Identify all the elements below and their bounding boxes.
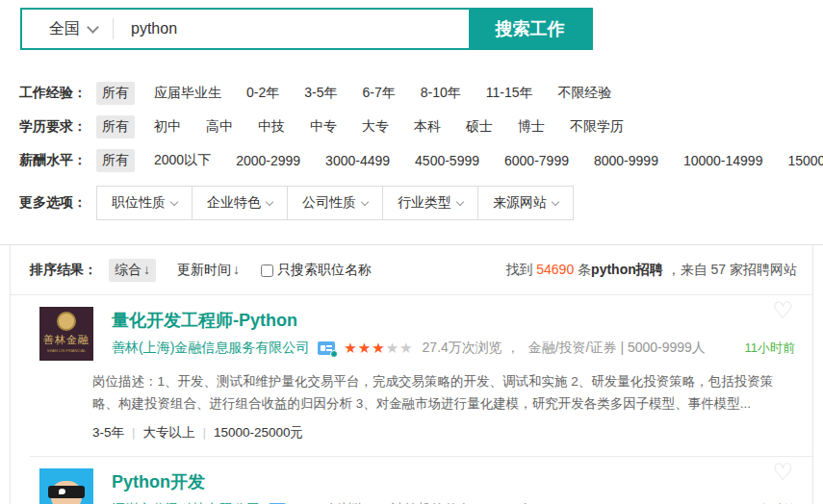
- filter-option[interactable]: 所有: [96, 82, 135, 105]
- filter-option[interactable]: 大专: [356, 115, 395, 139]
- filter-option[interactable]: 6000-7999: [499, 150, 575, 171]
- company-logo[interactable]: 善林金融 SHAN LIN FINANCIAL: [39, 307, 93, 361]
- dropdown-label: 企业特色: [207, 194, 261, 212]
- location-select[interactable]: 全国: [22, 10, 113, 48]
- vr-face-icon: [51, 481, 82, 504]
- result-keyword: python招聘: [591, 262, 663, 277]
- result-count: 54690: [536, 262, 574, 277]
- education-required: 大专以上: [143, 425, 195, 440]
- dropdown-industry-type[interactable]: 行业类型: [383, 187, 478, 219]
- company-row: 善林(上海)金融信息服务有限公司 ★★★★★ 27.4万次浏览 ， 金融/投资/…: [112, 340, 797, 357]
- filter-option[interactable]: 硕士: [460, 115, 499, 139]
- filter-option[interactable]: 0-2年: [241, 82, 285, 105]
- job-card: ♡ 善林金融 SHAN LIN FINANCIAL 量化开发工程师-Python…: [11, 295, 812, 456]
- filter-option[interactable]: 3-5年: [298, 82, 343, 105]
- title-only-filter[interactable]: 只搜索职位名称: [261, 262, 372, 279]
- dropdown-source-site[interactable]: 来源网站: [478, 187, 573, 219]
- logo-brand-subtext: SHAN LIN FINANCIAL: [45, 348, 89, 353]
- filter-option[interactable]: 11-15年: [480, 82, 539, 105]
- filter-label-more-options: 更多选项：: [19, 194, 87, 212]
- filter-option[interactable]: 高中: [200, 115, 239, 139]
- search-button[interactable]: 搜索工作: [469, 10, 591, 48]
- filter-option[interactable]: 不限学历: [564, 115, 630, 139]
- filter-label-education: 学历要求：: [19, 118, 87, 136]
- filter-option[interactable]: 8000-9999: [588, 150, 664, 171]
- chevron-down-icon: [456, 198, 464, 206]
- chevron-down-icon: [266, 198, 273, 206]
- sort-label: 排序结果：: [30, 262, 97, 279]
- arrow-down-icon: ↓: [143, 262, 150, 277]
- chevron-down-icon: [361, 198, 369, 206]
- sort-bar: 排序结果： 综合↓ 更新时间↓ 只搜索职位名称 找到 54690 条python…: [11, 245, 812, 295]
- dropdown-group: 职位性质 企业特色 公司性质 行业类型 来源网站: [96, 186, 574, 220]
- posted-time: 11小时前: [745, 340, 798, 357]
- job-title-link[interactable]: 量化开发工程师-Python: [112, 309, 797, 332]
- filter-option[interactable]: 6-7年: [356, 82, 400, 105]
- filter-label-experience: 工作经验：: [19, 85, 87, 102]
- summary-suffix: ，来自 57 家招聘网站: [663, 262, 797, 277]
- separator: |: [203, 425, 207, 440]
- search-section: 全国 搜索工作: [0, 0, 823, 50]
- title-only-checkbox[interactable]: [261, 265, 273, 277]
- summary-mid: 条: [574, 262, 591, 277]
- logo-brand-text: 善林金融: [39, 333, 93, 347]
- filter-option[interactable]: 中技: [252, 115, 291, 139]
- heart-icon[interactable]: ♡: [772, 461, 793, 484]
- sort-by-update-time[interactable]: 更新时间↓: [171, 259, 245, 282]
- dropdown-label: 职位性质: [112, 194, 166, 212]
- job-title-link[interactable]: Python开发: [112, 470, 797, 493]
- filter-option[interactable]: 不限经验: [553, 82, 618, 105]
- dropdown-company-feature[interactable]: 企业特色: [193, 187, 288, 219]
- filter-option[interactable]: 博士: [512, 115, 551, 139]
- job-head-info: 量化开发工程师-Python 善林(上海)金融信息服务有限公司 ★★★★★ 27…: [112, 307, 797, 361]
- chevron-down-icon: [170, 198, 178, 206]
- filter-option[interactable]: 2000以下: [148, 149, 217, 172]
- industry-size: 金融/投资/证券 | 5000-9999人: [528, 340, 706, 357]
- filter-option[interactable]: 15000-19999: [782, 150, 823, 171]
- search-input[interactable]: [114, 10, 469, 48]
- rating-stars: ★★★★★: [344, 340, 413, 357]
- filter-option[interactable]: 初中: [148, 115, 187, 139]
- filter-option[interactable]: 中专: [304, 115, 343, 139]
- filter-option[interactable]: 2000-2999: [230, 150, 306, 171]
- summary-prefix: 找到: [505, 262, 536, 277]
- check-icon: [330, 350, 338, 358]
- heart-icon[interactable]: ♡: [772, 299, 793, 322]
- filter-option[interactable]: 10000-14999: [678, 150, 769, 171]
- dropdown-company-type[interactable]: 公司性质: [288, 187, 383, 219]
- chevron-down-icon: [87, 21, 99, 34]
- salary-range: 15000-25000元: [214, 425, 303, 440]
- location-label: 全国: [49, 19, 80, 39]
- sort-comprehensive[interactable]: 综合↓: [109, 259, 156, 282]
- filter-option[interactable]: 所有: [96, 115, 135, 139]
- company-logo[interactable]: [39, 468, 93, 504]
- filter-option[interactable]: 本科: [408, 115, 447, 139]
- vr-goggles-icon: [48, 486, 85, 498]
- job-card: ♡ Python开发 深圳市藤讯科技有限公司 9123次浏览 ， 计算机软件 |…: [11, 457, 812, 504]
- dropdown-label: 公司性质: [302, 194, 356, 212]
- verified-badge-icon: [318, 341, 335, 355]
- filter-option[interactable]: 4500-5999: [409, 150, 485, 171]
- star-empty-icon: ★★: [386, 340, 414, 356]
- view-count: 27.4万次浏览 ，: [423, 340, 520, 357]
- filter-row-salary: 薪酬水平： 所有 2000以下 2000-2999 3000-4499 4500…: [0, 149, 823, 172]
- dropdown-label: 来源网站: [493, 194, 547, 212]
- results-summary: 找到 54690 条python招聘 ，来自 57 家招聘网站: [505, 262, 797, 279]
- coin-emblem-icon: [57, 312, 76, 331]
- sort-item-label: 综合: [115, 262, 141, 277]
- search-bar: 全国 搜索工作: [20, 8, 593, 50]
- job-head-info: Python开发 深圳市藤讯科技有限公司 9123次浏览 ， 计算机软件 | 1…: [112, 468, 797, 504]
- dropdown-label: 行业类型: [398, 194, 451, 212]
- filter-option[interactable]: 3000-4499: [320, 150, 396, 171]
- dropdown-job-nature[interactable]: 职位性质: [97, 187, 193, 219]
- filter-row-more-options: 更多选项： 职位性质 企业特色 公司性质 行业类型 来源网站: [0, 186, 823, 220]
- job-description: 岗位描述：1、开发、测试和维护量化交易平台，完成交易策略的开发、调试和实施 2、…: [92, 371, 789, 416]
- company-link[interactable]: 善林(上海)金融信息服务有限公司: [112, 340, 309, 357]
- separator: |: [132, 425, 136, 440]
- sort-item-label: 更新时间: [177, 262, 231, 277]
- filter-option[interactable]: 应届毕业生: [148, 82, 227, 105]
- job-meta: 3-5年|大专以上|15000-25000元: [92, 424, 797, 441]
- filter-option[interactable]: 8-10年: [415, 82, 467, 105]
- chevron-down-icon: [552, 198, 559, 206]
- filter-option[interactable]: 所有: [96, 149, 135, 172]
